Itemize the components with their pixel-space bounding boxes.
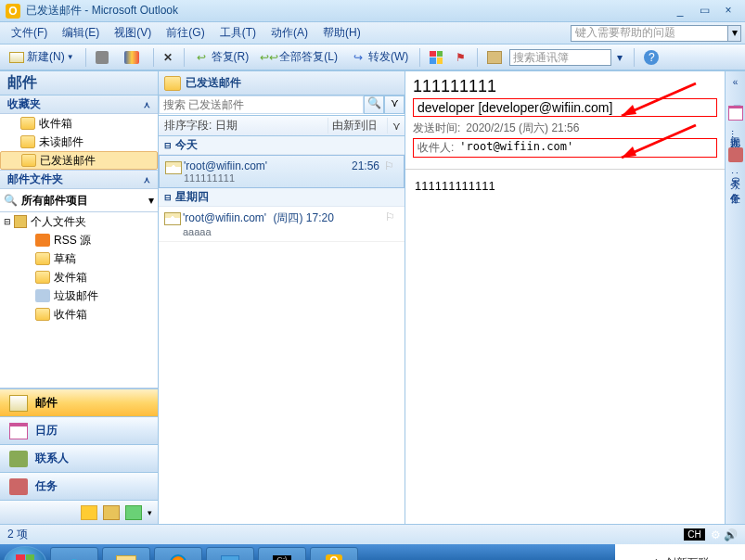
sort-field[interactable]: 排序字段: 日期 xyxy=(159,118,328,134)
group-today[interactable]: ⊟今天 xyxy=(159,136,405,155)
sort-dir[interactable]: 由新到旧 xyxy=(328,118,388,134)
msg1-time: 21:56 xyxy=(315,159,379,184)
sort-header[interactable]: 排序字段: 日期 由新到旧 ⋎ xyxy=(159,116,405,136)
fav-unread[interactable]: 未读邮件 xyxy=(0,133,158,151)
reply-label: 答复(R) xyxy=(212,49,250,65)
configure-buttons[interactable]: ▾ xyxy=(148,508,152,517)
menu-view[interactable]: 视图(V) xyxy=(107,23,159,43)
sort-expand[interactable]: ⋎ xyxy=(388,120,405,133)
taskbar-explorer[interactable] xyxy=(102,547,150,560)
calendar-mini-icon[interactable] xyxy=(728,106,743,121)
junk[interactable]: 垃圾邮件 xyxy=(0,286,158,305)
forward-button[interactable]: ↪转发(W) xyxy=(345,47,414,68)
mail-folders-header[interactable]: 邮件文件夹⋏ xyxy=(0,171,158,189)
status-right: CH ⚙ 🔊 xyxy=(684,528,738,541)
start-button[interactable] xyxy=(4,546,46,560)
menu-tools[interactable]: 工具(T) xyxy=(212,23,263,43)
help-search-dropdown[interactable]: ▾ xyxy=(728,25,741,42)
menu-bar: 文件(F) 编辑(E) 视图(V) 前往(G) 工具(T) 动作(A) 帮助(H… xyxy=(0,22,745,45)
contacts-icon xyxy=(9,451,28,467)
outbox-label: 发件箱 xyxy=(54,270,87,286)
fav-inbox[interactable]: 收件箱 xyxy=(0,114,158,133)
app-icon xyxy=(221,555,239,560)
fav-sent-label: 已发送邮件 xyxy=(40,153,96,169)
msg2-flag[interactable]: ⚐ xyxy=(380,210,399,237)
inbox-label: 收件箱 xyxy=(54,307,87,323)
nav-contacts-label: 联系人 xyxy=(35,451,69,466)
toolbar: 新建(N)▼ ✕ ↩答复(R) ↩↩全部答复(L) ↪转发(W) ⚑ 搜索通讯簿… xyxy=(0,45,745,70)
search-addressbook[interactable]: 搜索通讯簿 xyxy=(509,49,611,66)
reply-all-icon: ↩↩ xyxy=(262,50,276,65)
personal-folders[interactable]: ⊟个人文件夹 xyxy=(0,212,158,231)
folder-icon xyxy=(35,271,50,284)
msg1-flag[interactable]: ⚐ xyxy=(379,159,398,184)
taskbar-app1[interactable] xyxy=(206,547,254,560)
minimize-button[interactable]: _ xyxy=(669,4,691,19)
search-button[interactable]: 🔍 xyxy=(364,95,384,114)
message-row-2[interactable]: 'root@wifiin.com' (周四) 17:20 aaaaa ⚐ xyxy=(159,207,405,242)
categories-button[interactable] xyxy=(424,47,448,68)
separator xyxy=(477,48,478,67)
task-mini-icon[interactable] xyxy=(728,147,743,162)
search-dropdown[interactable]: ▾ xyxy=(611,47,628,68)
window-title: 已发送邮件 - Microsoft Outlook xyxy=(26,3,667,19)
message-row-1[interactable]: 'root@wifiin.com' 111111111 21:56 ⚐ xyxy=(159,155,405,188)
help-search-box[interactable]: 键入需要帮助的问题 xyxy=(571,25,728,42)
reply-all-button[interactable]: ↩↩全部答复(L) xyxy=(256,47,343,68)
reply-all-label: 全部答复(L) xyxy=(279,49,338,65)
msg1-to: 'root@wifiin.com' xyxy=(184,159,315,172)
close-button[interactable]: × xyxy=(717,4,739,19)
all-mail-label: 所有邮件项目 xyxy=(21,193,88,209)
delete-button[interactable]: ✕ xyxy=(158,47,178,68)
folder-icon xyxy=(35,252,50,265)
taskbar-outlook[interactable]: O xyxy=(310,547,358,560)
maximize-button[interactable]: ▭ xyxy=(693,4,715,19)
favorites-header[interactable]: 收藏夹⋏ xyxy=(0,95,158,114)
drafts[interactable]: 草稿 xyxy=(0,249,158,268)
menu-file[interactable]: 文件(F) xyxy=(4,23,55,43)
categorize-button[interactable] xyxy=(119,47,148,68)
msg2-to: 'root@wifiin.com' xyxy=(183,211,266,224)
group-thursday[interactable]: ⊟星期四 xyxy=(159,188,405,207)
search-icon: 🔍 xyxy=(4,194,18,207)
nav-contacts-button[interactable]: 联系人 xyxy=(0,444,158,472)
ime-indicator[interactable]: CH xyxy=(684,528,704,541)
notes-shortcut[interactable] xyxy=(81,505,97,520)
flag-button[interactable]: ⚑ xyxy=(450,47,471,68)
folder-shortcut[interactable] xyxy=(103,505,120,520)
list-search-input[interactable] xyxy=(159,95,364,114)
tray-icons[interactable]: ⚙ 🔊 xyxy=(711,528,738,541)
folder-icon xyxy=(20,135,35,148)
menu-help[interactable]: 帮助(H) xyxy=(315,23,368,43)
envelope-icon xyxy=(165,161,182,174)
nav-mail-button[interactable]: 邮件 xyxy=(0,388,158,416)
outlook-icon: O xyxy=(6,4,20,19)
list-search-row: 🔍 ⋎ xyxy=(159,95,405,116)
all-mail-items[interactable]: 🔍所有邮件项目▾ xyxy=(0,191,158,210)
menu-actions[interactable]: 动作(A) xyxy=(263,23,315,43)
rss-label: RSS 源 xyxy=(54,233,91,248)
todo-collapse[interactable]: « xyxy=(733,77,739,87)
nav-tasks-button[interactable]: 任务 xyxy=(0,472,158,500)
inbox-folder[interactable]: 收件箱 xyxy=(0,305,158,324)
addressbook-button[interactable] xyxy=(482,47,507,68)
fav-inbox-label: 收件箱 xyxy=(39,116,72,132)
folder-icon xyxy=(35,308,50,321)
taskbar-cmd[interactable]: C:\ xyxy=(258,547,306,560)
help-button[interactable]: ? xyxy=(638,47,664,68)
expand-icon[interactable]: ⊟ xyxy=(4,217,11,226)
shortcuts[interactable] xyxy=(125,505,142,520)
new-button[interactable]: 新建(N)▼ xyxy=(4,47,80,68)
fav-sent[interactable]: 已发送邮件 xyxy=(0,151,158,170)
taskbar-ie[interactable]: e xyxy=(50,547,98,560)
search-options[interactable]: ⋎ xyxy=(384,95,405,114)
menu-goto[interactable]: 前往(G) xyxy=(159,23,212,43)
menu-edit[interactable]: 编辑(E) xyxy=(55,23,107,43)
forward-icon: ↪ xyxy=(351,50,366,65)
rss-feeds[interactable]: RSS 源 xyxy=(0,231,158,249)
nav-calendar-button[interactable]: 日历 xyxy=(0,416,158,444)
taskbar-mediaplayer[interactable] xyxy=(154,547,202,560)
reply-button[interactable]: ↩答复(R) xyxy=(188,47,255,68)
outbox[interactable]: 发件箱 xyxy=(0,268,158,286)
print-button[interactable] xyxy=(90,47,117,68)
